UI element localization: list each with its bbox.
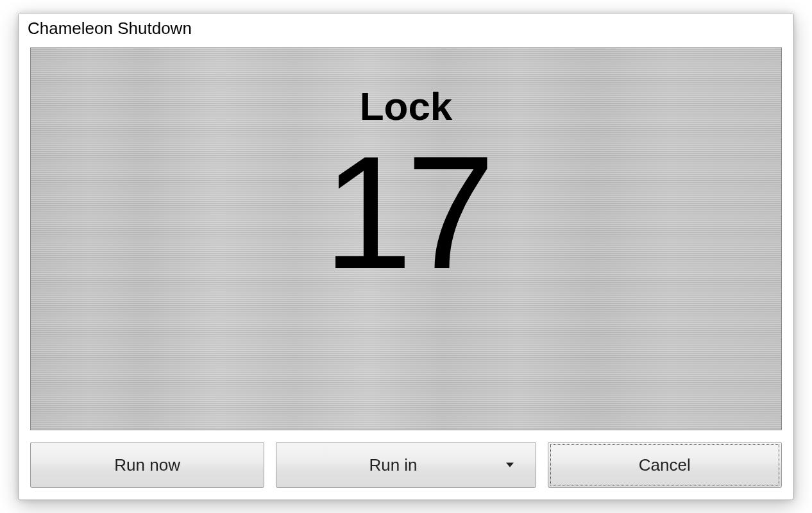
action-label: Lock: [360, 83, 453, 129]
chevron-down-icon: [506, 463, 514, 467]
cancel-button[interactable]: Cancel: [548, 442, 782, 488]
cancel-label: Cancel: [639, 455, 691, 475]
dialog-window: Chameleon Shutdown Lock 17 Run now Run i…: [18, 13, 794, 500]
countdown-panel: Lock 17: [30, 47, 782, 430]
run-now-button[interactable]: Run now: [30, 442, 264, 488]
countdown-seconds: 17: [323, 129, 489, 298]
window-title: Chameleon Shutdown: [28, 19, 784, 38]
run-in-label: Run in: [369, 455, 417, 475]
dialog-titlebar[interactable]: Chameleon Shutdown: [19, 13, 793, 42]
button-row: Run now Run in Cancel: [30, 442, 782, 488]
run-now-label: Run now: [114, 455, 180, 475]
run-in-button[interactable]: Run in: [276, 442, 536, 488]
dialog-body: Lock 17 Run now Run in Cancel: [30, 47, 782, 488]
